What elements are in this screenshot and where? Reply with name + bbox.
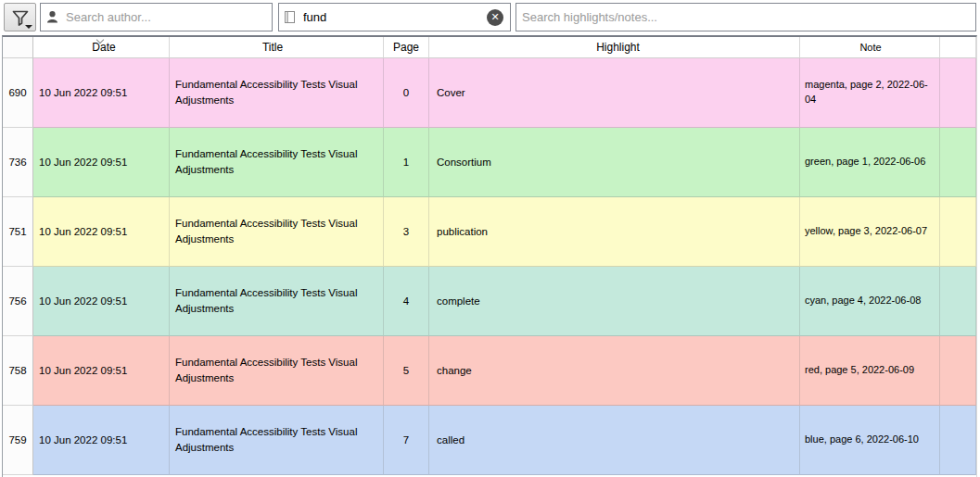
column-header-note[interactable]: Note (800, 37, 940, 58)
table-row[interactable]: 759 10 Jun 2022 09:51 Fundamental Access… (3, 406, 976, 475)
column-header-label: Highlight (596, 41, 640, 54)
date-cell[interactable]: 10 Jun 2022 09:51 (33, 267, 170, 336)
note-cell[interactable]: cyan, page 4, 2022-06-08 (800, 267, 940, 336)
row-number-cell: 751 (3, 197, 33, 267)
column-header-highlight[interactable]: Highlight (429, 37, 800, 58)
note-cell[interactable]: magenta, page 2, 2022-06-04 (800, 58, 940, 128)
page-cell[interactable]: 1 (384, 128, 429, 197)
title-cell[interactable]: Fundamental Accessibility Tests Visual A… (170, 197, 384, 267)
title-cell[interactable]: Fundamental Accessibility Tests Visual A… (170, 406, 384, 475)
table-row[interactable]: 758 10 Jun 2022 09:51 Fundamental Access… (3, 336, 976, 406)
caret-down-icon (25, 25, 32, 29)
table-row[interactable]: 751 10 Jun 2022 09:51 Fundamental Access… (3, 197, 976, 267)
empty-cell[interactable] (940, 128, 976, 197)
highlight-cell[interactable]: complete (429, 267, 800, 336)
highlight-cell[interactable]: called (429, 406, 800, 475)
page-cell[interactable]: 5 (384, 336, 429, 406)
column-header-label: Title (262, 41, 283, 54)
note-cell[interactable]: green, page 1, 2022-06-06 (800, 128, 940, 197)
row-number-cell: 736 (3, 128, 33, 197)
page-cell[interactable]: 0 (384, 58, 429, 128)
note-cell[interactable]: red, page 5, 2022-06-09 (800, 336, 940, 406)
title-cell[interactable]: Fundamental Accessibility Tests Visual A… (170, 58, 384, 128)
note-cell[interactable]: blue, page 6, 2022-06-10 (800, 406, 940, 475)
circle-x-clear-icon[interactable]: ✕ (487, 9, 503, 26)
title-cell[interactable]: Fundamental Accessibility Tests Visual A… (170, 336, 384, 406)
date-cell[interactable]: 10 Jun 2022 09:51 (33, 336, 170, 406)
highlight-cell[interactable]: Consortium (429, 128, 800, 197)
column-header-page[interactable]: Page (384, 37, 429, 58)
row-number-cell: 758 (3, 336, 33, 406)
table-row[interactable]: 756 10 Jun 2022 09:51 Fundamental Access… (3, 267, 976, 336)
row-number-cell: 759 (3, 406, 33, 475)
corner-header-cell (3, 37, 33, 58)
page-cell[interactable]: 7 (384, 406, 429, 475)
table-body: 690 10 Jun 2022 09:51 Fundamental Access… (3, 58, 976, 475)
column-header-label: Page (393, 41, 419, 54)
highlight-cell[interactable]: publication (429, 197, 800, 267)
search-book-input[interactable] (278, 3, 511, 31)
date-cell[interactable]: 10 Jun 2022 09:51 (33, 197, 170, 267)
column-header-empty (940, 37, 976, 58)
filter-button[interactable] (4, 3, 36, 31)
search-author-input[interactable] (40, 3, 273, 31)
date-cell[interactable]: 10 Jun 2022 09:51 (33, 406, 170, 475)
empty-cell[interactable] (940, 58, 976, 128)
row-number-cell: 756 (3, 267, 33, 336)
highlight-cell[interactable]: change (429, 336, 800, 406)
empty-cell[interactable] (940, 336, 976, 406)
page-cell[interactable]: 4 (384, 267, 429, 336)
column-header-label: Note (859, 42, 881, 53)
date-cell[interactable]: 10 Jun 2022 09:51 (33, 128, 170, 197)
title-cell[interactable]: Fundamental Accessibility Tests Visual A… (170, 128, 384, 197)
highlights-table: Date Title Page Highlight Note 690 10 Ju… (2, 35, 977, 477)
highlight-cell[interactable]: Cover (429, 58, 800, 128)
empty-cell[interactable] (940, 267, 976, 336)
table-row[interactable]: 736 10 Jun 2022 09:51 Fundamental Access… (3, 128, 976, 197)
search-highlights-notes-input[interactable] (515, 3, 976, 31)
sort-chevron-icon (96, 36, 104, 44)
date-cell[interactable]: 10 Jun 2022 09:51 (33, 58, 170, 128)
empty-cell[interactable] (940, 197, 976, 267)
column-header-title[interactable]: Title (170, 37, 384, 58)
table-row[interactable]: 690 10 Jun 2022 09:51 Fundamental Access… (3, 58, 976, 128)
column-header-date[interactable]: Date (33, 37, 170, 58)
table-header-row: Date Title Page Highlight Note (3, 37, 976, 58)
page-cell[interactable]: 3 (384, 197, 429, 267)
toolbar: ✕ (0, 0, 980, 35)
empty-cell[interactable] (940, 406, 976, 475)
row-number-cell: 690 (3, 58, 33, 128)
title-cell[interactable]: Fundamental Accessibility Tests Visual A… (170, 267, 384, 336)
note-cell[interactable]: yellow, page 3, 2022-06-07 (800, 197, 940, 267)
